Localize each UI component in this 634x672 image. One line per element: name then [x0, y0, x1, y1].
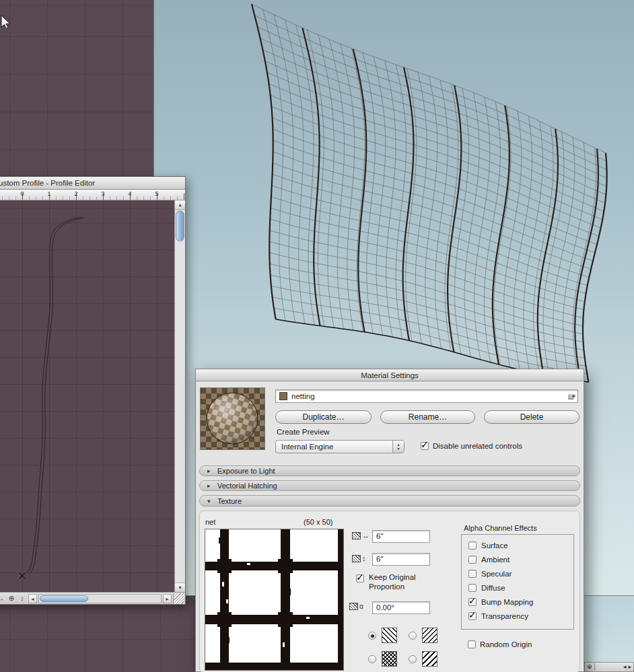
disclosure-triangle-icon: ▾	[207, 498, 213, 505]
diffuse-checkbox[interactable]	[468, 584, 477, 592]
disable-unrelated-checkbox[interactable]	[421, 442, 429, 450]
texture-preview	[205, 529, 344, 671]
random-origin-checkbox[interactable]	[468, 640, 476, 648]
surface-checkbox[interactable]	[468, 542, 477, 550]
stepper-icon: ▴ ▾	[392, 441, 404, 453]
section-label: Exposure to Light	[217, 467, 275, 475]
transparency-label: Transparency	[481, 612, 528, 620]
surface-label: Surface	[481, 542, 508, 550]
material-name-value: netting	[291, 392, 564, 400]
ruler-number: 4	[128, 190, 131, 197]
stepper-down-icon: ▾	[397, 447, 399, 451]
material-list-arrow-icon[interactable]: ▸	[573, 392, 576, 399]
mirror-option-2-pattern-icon	[422, 628, 437, 643]
specular-checkbox[interactable]	[468, 570, 477, 578]
delete-button[interactable]: Delete	[484, 410, 579, 424]
material-preview-image	[201, 388, 265, 449]
ruler-number: 0	[20, 190, 24, 197]
texture-height-field[interactable]: 6"	[372, 553, 430, 566]
alpha-option-row: Diffuse	[468, 584, 505, 592]
random-origin-label: Random Origin	[480, 640, 532, 648]
material-settings-title: Material Settings	[196, 371, 584, 379]
bump-mapping-label: Bump Mapping	[481, 598, 533, 606]
ruler-number: 3	[101, 190, 104, 197]
horizontal-scrollbar[interactable]	[38, 594, 162, 603]
profile-editor-toolbar: ⊖ ↔ ⊕ ↕ ◂ ▸	[0, 592, 185, 604]
section-label: Vectorial Hatching	[217, 482, 277, 490]
texture-angle-icon: α	[349, 603, 363, 610]
profile-canvas[interactable]	[0, 200, 174, 592]
scroll-right-icon[interactable]: ▸	[628, 663, 631, 671]
mirror-option-1-pattern-icon	[382, 628, 397, 643]
vertical-scroll-thumb[interactable]	[176, 211, 184, 241]
alpha-channel-effects-title: Alpha Channel Effects	[464, 524, 537, 532]
scroll-right-icon[interactable]: ▸	[163, 594, 172, 603]
diffuse-label: Diffuse	[481, 584, 505, 592]
scroll-left-icon[interactable]: ◂	[28, 594, 37, 603]
mirror-option-3-radio[interactable]	[368, 655, 376, 663]
specular-label: Specular	[481, 570, 512, 578]
alpha-option-row: Bump Mapping	[468, 598, 533, 606]
vertical-scrollbar[interactable]: ▴ ▾	[174, 200, 185, 592]
engine-dropdown[interactable]: Internal Engine ▴ ▾	[275, 440, 404, 453]
texture-preview-image	[205, 529, 343, 670]
section-exposure-to-light[interactable]: ▸ Exposure to Light	[199, 465, 580, 476]
alpha-option-row: Transparency	[468, 612, 528, 620]
fit-icon[interactable]: ↕	[17, 593, 27, 604]
material-preview	[200, 387, 265, 450]
zoom-icon[interactable]: ⊕	[587, 663, 592, 671]
scroll-left-icon[interactable]: ◂	[623, 663, 627, 671]
material-color-swatch	[279, 392, 287, 400]
scroll-down-icon[interactable]: ▾	[175, 583, 185, 592]
mirror-option-4-pattern-icon	[422, 651, 437, 667]
texture-angle-field[interactable]: 0.00°	[372, 601, 430, 614]
alpha-option-row: Surface	[468, 542, 508, 550]
profile-editor-title: ustom Profile - Profile Editor	[0, 179, 95, 187]
material-name-field[interactable]: netting ▤	[275, 389, 578, 403]
netting-mesh	[154, 0, 634, 417]
horizontal-scroll-thumb[interactable]	[40, 595, 88, 602]
texture-height-icon: ↕	[352, 554, 366, 562]
keep-original-proportion-checkbox[interactable]	[356, 574, 364, 583]
transparency-checkbox[interactable]	[468, 612, 477, 620]
section-vectorial-hatching[interactable]: ▸ Vectorial Hatching	[199, 480, 580, 491]
profile-editor-titlebar[interactable]: ustom Profile - Profile Editor	[0, 177, 185, 190]
texture-dimensions: (50 x 50)	[304, 518, 332, 526]
disable-unrelated-label: Disable unrelated controls	[433, 442, 522, 450]
ambient-label: Ambient	[481, 556, 509, 564]
mirror-option-2-radio[interactable]	[409, 632, 417, 640]
profile-editor-window: ustom Profile - Profile Editor 0 1 2 3 4…	[0, 176, 186, 605]
mirror-option-3-pattern-icon	[382, 651, 397, 667]
resize-grip[interactable]	[173, 593, 184, 604]
ambient-checkbox[interactable]	[468, 556, 477, 564]
ruler-number: 5	[155, 190, 158, 197]
create-preview-label: Create Preview	[277, 428, 330, 436]
ruler: 0 1 2 3 4 5	[0, 190, 185, 200]
bump-mapping-checkbox[interactable]	[468, 598, 477, 606]
endpoint-x-marker	[20, 573, 25, 578]
engine-value: Internal Engine	[281, 443, 392, 451]
material-settings-dialog: Material Settings	[195, 369, 584, 672]
zoom-in-icon[interactable]: ⊕	[7, 593, 16, 604]
disclosure-triangle-icon: ▸	[207, 482, 213, 489]
viewport-zoom-toolbar: ⊕ ◂ ▸	[584, 662, 634, 672]
ruler-number: 2	[74, 190, 77, 197]
texture-width-icon: ↔	[352, 531, 369, 539]
section-texture[interactable]: ▾ Texture	[199, 495, 580, 507]
alpha-option-row: Ambient	[468, 556, 509, 564]
mirror-option-4-radio[interactable]	[409, 655, 417, 663]
texture-width-field[interactable]: 6"	[372, 530, 430, 543]
keep-original-proportion-label: Keep Original Proportion	[369, 572, 416, 591]
profile-curve	[0, 200, 174, 592]
mirror-option-1-radio[interactable]	[368, 632, 376, 640]
section-label: Texture	[217, 497, 242, 505]
ruler-number: 1	[47, 190, 50, 197]
duplicate-button[interactable]: Duplicate…	[275, 410, 372, 424]
material-settings-titlebar[interactable]: Material Settings	[196, 369, 584, 381]
texture-file-name: net	[205, 518, 215, 526]
disclosure-triangle-icon: ▸	[207, 468, 213, 474]
pan-icon[interactable]: ↔	[0, 593, 5, 604]
scroll-up-icon[interactable]: ▴	[175, 200, 185, 210]
alpha-channel-effects-group: Surface Ambient Specular Diffuse Bump Ma…	[461, 534, 574, 630]
rename-button[interactable]: Rename…	[380, 410, 475, 424]
